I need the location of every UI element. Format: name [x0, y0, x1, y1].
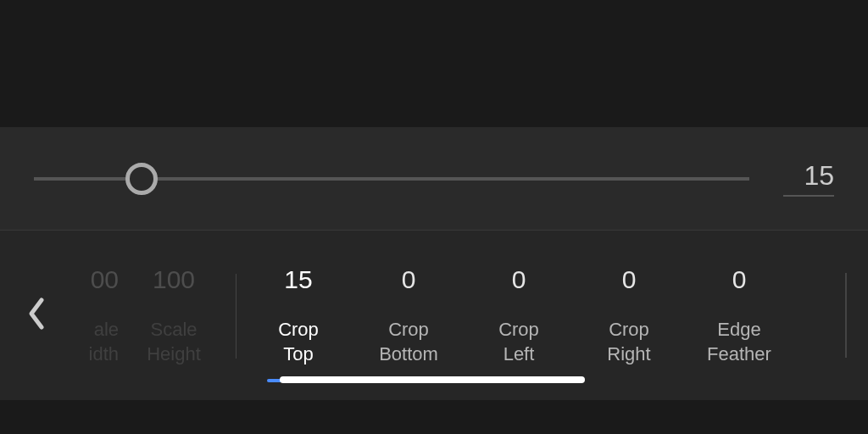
slider-value-input[interactable]: 15: [783, 160, 834, 197]
slider-track[interactable]: [34, 177, 749, 181]
param-divider: [236, 274, 236, 359]
param-label: Scale Height: [147, 318, 201, 366]
param-value: 0: [622, 265, 637, 294]
param-label: Crop Top: [278, 318, 319, 366]
nav-back-button[interactable]: [25, 297, 47, 334]
slider-section: 15: [0, 127, 868, 231]
right-edge-divider: [845, 273, 847, 358]
param-crop-bottom[interactable]: 0 Crop Bottom: [353, 265, 464, 366]
params-section: 00 ale idth 100 Scale Height 15 Crop Top…: [0, 231, 868, 400]
param-value: 100: [153, 265, 195, 294]
param-value: 0: [512, 265, 526, 294]
slider-handle[interactable]: [125, 163, 158, 195]
param-scale-width[interactable]: 00 ale idth: [51, 265, 119, 366]
param-value: 0: [732, 265, 747, 294]
param-crop-right[interactable]: 0 Crop Right: [574, 265, 684, 366]
param-crop-top[interactable]: 15 Crop Top: [243, 265, 353, 381]
param-label: Crop Bottom: [379, 318, 438, 366]
param-label: Crop Right: [607, 318, 650, 366]
param-crop-left[interactable]: 0 Crop Left: [464, 265, 574, 366]
param-scale-height[interactable]: 100 Scale Height: [119, 265, 229, 366]
param-label: Edge Feather: [707, 318, 771, 366]
chevron-left-icon: [25, 297, 47, 331]
param-value: 15: [284, 265, 312, 294]
preview-area: [0, 0, 868, 127]
home-indicator[interactable]: [280, 376, 585, 383]
param-edge-feather[interactable]: 0 Edge Feather: [684, 265, 794, 366]
param-value: 00: [51, 265, 119, 294]
param-label: Crop Left: [498, 318, 539, 366]
param-label: ale idth: [51, 318, 119, 366]
params-row[interactable]: 00 ale idth 100 Scale Height 15 Crop Top…: [0, 248, 868, 381]
param-value: 0: [402, 265, 416, 294]
